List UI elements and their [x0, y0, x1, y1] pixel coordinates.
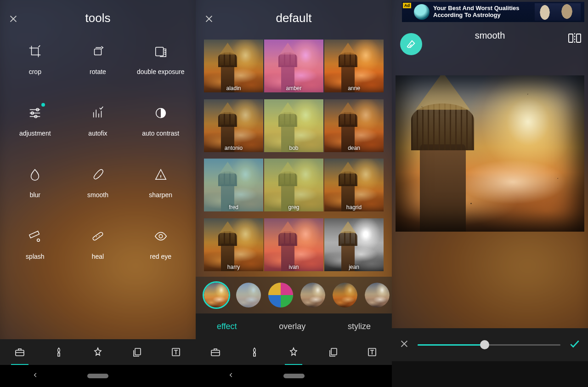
tool-label: sharpen	[149, 191, 172, 199]
filter-hagrid[interactable]: hagrid	[324, 159, 384, 211]
ad-banner[interactable]: Ad Your Best And Worst Qualities Accordi…	[402, 2, 584, 22]
tool-splash[interactable]: splash	[6, 225, 65, 271]
tool-adjustment[interactable]: adjustment	[6, 102, 65, 148]
auto-contrast-icon	[153, 105, 169, 121]
tool-label: blur	[30, 191, 40, 199]
filter-ivan[interactable]: ivan	[264, 218, 323, 271]
apply-icon[interactable]	[569, 338, 581, 352]
filter-jean[interactable]: jean	[324, 218, 384, 271]
tab-stylize[interactable]: stylize	[348, 322, 371, 331]
svg-rect-17	[569, 34, 573, 42]
bottom-layers-icon[interactable]	[131, 346, 143, 358]
bottom-layers-icon[interactable]	[327, 346, 339, 358]
filter-grid: aladinamberanneantoniobobdeanfredgreghag…	[196, 40, 392, 277]
filter-label: hagrid	[324, 204, 384, 211]
header: default	[196, 0, 392, 36]
slider-fill	[418, 344, 485, 346]
svg-point-6	[37, 239, 40, 242]
close-icon[interactable]	[204, 14, 214, 24]
tool-label: smooth	[87, 191, 108, 199]
tool-label: autofix	[88, 130, 107, 137]
preset-circle-1[interactable]	[236, 283, 261, 307]
filter-fred[interactable]: fred	[204, 159, 263, 211]
preset-circle-5[interactable]	[365, 283, 390, 307]
filter-label: ivan	[264, 264, 323, 270]
bottom-text-icon[interactable]	[366, 346, 378, 358]
filter-label: bob	[264, 145, 323, 151]
page-title: default	[276, 11, 311, 25]
filter-aladin[interactable]: aladin	[204, 40, 263, 92]
filter-greg[interactable]: greg	[264, 159, 323, 211]
tool-label: crop	[29, 68, 41, 75]
preset-circle-3[interactable]	[300, 283, 325, 307]
image-canvas[interactable]	[396, 75, 584, 232]
tab-overlay[interactable]: overlay	[279, 322, 305, 331]
ad-badge: Ad	[403, 3, 411, 8]
tool-auto-contrast[interactable]: auto contrast	[131, 102, 190, 148]
bottom-toolbox-icon[interactable]	[209, 346, 221, 358]
tool-double-exposure[interactable]: double exposure	[131, 40, 190, 86]
preset-circle-0[interactable]	[204, 283, 229, 307]
pane-filters: default aladinamberanneantoniobobdeanfre…	[196, 0, 392, 387]
filter-label: greg	[264, 204, 323, 211]
intensity-slider[interactable]	[418, 344, 560, 346]
filter-label: antonio	[204, 145, 263, 151]
nav-home-pill[interactable]	[283, 374, 305, 378]
nav-back-icon[interactable]	[228, 372, 234, 380]
ad-text: Your Best And Worst Qualities According …	[433, 5, 520, 19]
preset-circle-4[interactable]	[333, 283, 357, 307]
new-badge-dot	[41, 103, 45, 107]
slider-knob[interactable]	[480, 340, 489, 349]
svg-rect-18	[577, 34, 581, 42]
preset-circle-strip	[196, 277, 392, 313]
filter-label: jean	[324, 264, 384, 270]
svg-rect-12	[135, 348, 141, 355]
bottom-brush-icon[interactable]	[249, 346, 260, 358]
tool-blur[interactable]: blur	[6, 164, 65, 210]
autofix-icon	[90, 105, 106, 121]
filter-dean[interactable]: dean	[324, 99, 384, 152]
filter-bob[interactable]: bob	[264, 99, 323, 152]
ad-illustration	[535, 3, 581, 21]
tool-label: red eye	[150, 253, 171, 260]
compare-icon[interactable]	[568, 32, 582, 44]
filter-label: anne	[324, 85, 384, 91]
splash-icon	[27, 228, 43, 245]
page-title: tools	[85, 11, 111, 25]
bottom-brush-icon[interactable]	[53, 346, 65, 358]
effect-tabs: effect overlay stylize	[196, 313, 392, 339]
tab-effect[interactable]: effect	[217, 322, 237, 331]
filter-harry[interactable]: harry	[204, 218, 263, 271]
header: tools	[0, 0, 196, 36]
tool-red-eye[interactable]: red eye	[131, 225, 190, 271]
bottom-bar	[0, 339, 196, 365]
preset-circle-2[interactable]	[268, 283, 293, 307]
tool-heal[interactable]: heal	[68, 225, 128, 271]
tool-label: double exposure	[137, 68, 185, 75]
filter-label: dean	[324, 145, 384, 151]
nav-back-icon[interactable]	[32, 372, 39, 380]
tool-crop[interactable]: crop	[6, 40, 65, 86]
filter-anne[interactable]: anne	[324, 40, 384, 92]
sharpen-icon	[153, 166, 169, 183]
bottom-toolbox-icon[interactable]	[14, 346, 26, 358]
bottom-effects-icon[interactable]	[288, 346, 300, 358]
close-icon[interactable]	[8, 14, 18, 24]
filter-amber[interactable]: amber	[264, 40, 323, 92]
filter-antonio[interactable]: antonio	[204, 99, 263, 152]
cancel-icon[interactable]	[399, 339, 409, 351]
tool-autofix[interactable]: autofix	[68, 102, 128, 148]
tool-label: auto contrast	[142, 130, 179, 137]
android-nav	[0, 365, 196, 387]
bottom-effects-icon[interactable]	[92, 346, 104, 358]
red-eye-icon	[153, 228, 169, 245]
rotate-icon	[90, 43, 106, 60]
tools-grid: crop rotate double exposure adjustment a…	[0, 36, 196, 271]
bottom-text-icon[interactable]	[170, 346, 182, 358]
nav-home-pill[interactable]	[87, 374, 108, 378]
tool-smooth[interactable]: smooth	[68, 164, 128, 210]
heal-icon	[90, 228, 106, 245]
tool-rotate[interactable]: rotate	[68, 40, 128, 86]
tool-sharpen[interactable]: sharpen	[131, 164, 190, 210]
smooth-icon	[90, 166, 106, 183]
